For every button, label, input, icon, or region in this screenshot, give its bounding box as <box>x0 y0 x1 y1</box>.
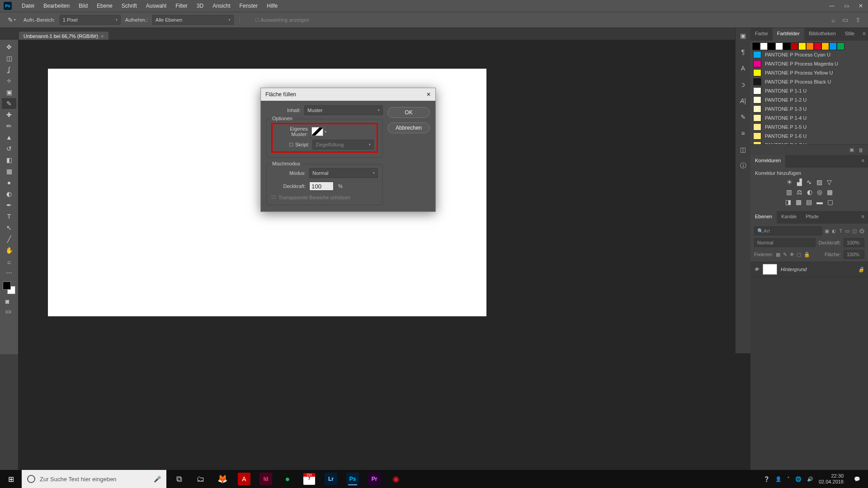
exposure-icon[interactable]: ▨ <box>816 178 822 186</box>
line-tool[interactable]: ╱ <box>2 234 16 244</box>
quick-mask-toggle[interactable]: ◙ <box>5 298 13 304</box>
start-button[interactable]: ⊞ <box>0 470 22 488</box>
opacity-input[interactable] <box>309 182 334 191</box>
swatch-list-item[interactable]: PANTONE P Process Yellow U <box>750 68 868 77</box>
swatch-chip[interactable] <box>791 42 798 50</box>
filter-toggle[interactable]: ⏻ <box>859 228 864 234</box>
tab-pfade[interactable]: Pfade <box>801 211 823 224</box>
share-icon[interactable]: ⇧ <box>855 16 861 23</box>
tool-indicator-eyedropper[interactable]: ✎▾ <box>5 14 19 25</box>
type-panel-icon[interactable]: A| <box>738 96 748 106</box>
dialog-close-icon[interactable]: ✕ <box>426 91 431 98</box>
filter-shape-icon[interactable]: ▭ <box>845 228 849 234</box>
glyphs-icon[interactable]: ↄ <box>738 80 748 89</box>
swatch-list-item[interactable]: PANTONE P 1-4 U <box>750 113 868 122</box>
posterize-icon[interactable]: ▩ <box>796 198 802 206</box>
menu-hilfe[interactable]: Hilfe <box>262 3 282 9</box>
filter-pixel-icon[interactable]: ▣ <box>825 228 829 234</box>
tab-stile[interactable]: Stile <box>840 28 859 41</box>
selective-color-icon[interactable]: ▢ <box>827 198 833 206</box>
hue-icon[interactable]: ▥ <box>786 188 792 196</box>
photo-filter-icon[interactable]: ◎ <box>817 188 822 196</box>
menu-ebene[interactable]: Ebene <box>92 3 117 9</box>
threshold-icon[interactable]: ▤ <box>806 198 812 206</box>
indesign-icon[interactable]: Id <box>259 473 272 485</box>
panel-menu-icon[interactable]: ≡ <box>858 155 868 168</box>
firefox-icon[interactable]: 🦊 <box>212 470 233 488</box>
pattern-swatch[interactable] <box>311 127 323 136</box>
invert-icon[interactable]: ◨ <box>785 198 791 206</box>
filter-adjust-icon[interactable]: ◐ <box>832 228 836 234</box>
swatch-chip[interactable] <box>768 42 775 50</box>
creative-cloud-icon[interactable]: ◉ <box>385 470 407 488</box>
task-view-icon[interactable]: ⧉ <box>168 470 190 488</box>
character-icon[interactable]: A <box>738 63 748 73</box>
clone-tool[interactable]: ▲ <box>2 132 16 143</box>
screen-mode-toggle[interactable]: ▭ <box>5 308 13 314</box>
swatch-list-item[interactable]: PANTONE P Process Black U <box>750 77 868 86</box>
layers-list[interactable]: 👁 Hintergrund 🔒 <box>750 262 868 277</box>
content-select[interactable]: Muster▾ <box>304 105 383 115</box>
script-checkbox[interactable]: ☐ <box>289 142 293 148</box>
volume-tray-icon[interactable]: 🔊 <box>807 476 813 482</box>
menu-3d[interactable]: 3D <box>192 3 208 9</box>
swatches-list[interactable]: PANTONE P Process Cyan UPANTONE P Proces… <box>750 50 868 144</box>
brush-tool[interactable]: ✏ <box>2 121 16 131</box>
eyedropper-tool[interactable]: ✎ <box>2 98 16 109</box>
window-minimize[interactable]: — <box>825 0 839 12</box>
photoshop-icon[interactable]: Ps <box>346 473 359 485</box>
menu-datei[interactable]: Datei <box>17 3 39 9</box>
explorer-icon[interactable]: 🗂 <box>190 470 212 488</box>
lock-paint-icon[interactable]: ✎ <box>783 252 787 258</box>
swatch-list-item[interactable]: PANTONE P 1-1 U <box>750 86 868 95</box>
menu-ansicht[interactable]: Ansicht <box>208 3 235 9</box>
dialog-titlebar[interactable]: Fläche füllen ✕ <box>261 88 435 101</box>
healing-tool[interactable]: ✚ <box>2 109 16 120</box>
close-tab-icon[interactable]: × <box>101 33 104 39</box>
eraser-tool[interactable]: ◧ <box>2 155 16 165</box>
magic-wand-tool[interactable]: ✧ <box>2 75 16 86</box>
panel-menu-icon[interactable]: ≡ <box>859 28 868 41</box>
balance-icon[interactable]: ⚖ <box>797 188 802 196</box>
levels-icon[interactable]: ▟ <box>797 178 802 186</box>
gradient-tool[interactable]: ▦ <box>2 166 16 177</box>
zoom-tool[interactable]: ⌕ <box>2 256 16 267</box>
tab-bibliotheken[interactable]: Bibliotheken <box>804 28 840 41</box>
lightroom-icon[interactable]: Lr <box>325 473 337 485</box>
swatch-chip[interactable] <box>798 42 806 50</box>
taskbar-search[interactable]: Zur Suche Text hier eingeben 🎤 <box>22 470 166 488</box>
menu-auswahl[interactable]: Auswahl <box>142 3 171 9</box>
menu-bild[interactable]: Bild <box>74 3 92 9</box>
curves-icon[interactable]: ∿ <box>807 178 812 186</box>
people-tray-icon[interactable]: 👤 <box>775 476 782 482</box>
hand-tool[interactable]: ✋ <box>2 245 16 256</box>
crop-tool[interactable]: ▣ <box>2 87 16 98</box>
menu-bearbeiten[interactable]: Bearbeiten <box>39 3 74 9</box>
swatch-list-item[interactable]: PANTONE P 1-2 U <box>750 95 868 104</box>
acrobat-icon[interactable]: A <box>238 473 250 485</box>
tab-korrekturen[interactable]: Korrekturen <box>750 155 785 168</box>
action-center-icon[interactable]: 💬 <box>849 470 865 488</box>
pattern-dropdown-icon[interactable]: ▾ <box>325 130 326 134</box>
menu-filter[interactable]: Filter <box>171 3 192 9</box>
filter-smart-icon[interactable]: ◫ <box>852 228 857 234</box>
layer-fill-input[interactable]: 100% <box>844 250 864 259</box>
layer-item-background[interactable]: 👁 Hintergrund 🔒 <box>750 262 868 277</box>
pen-tool[interactable]: ✒ <box>2 200 16 211</box>
swatch-chip[interactable] <box>760 42 768 50</box>
ok-button[interactable]: OK <box>387 107 430 118</box>
cancel-button[interactable]: Abbrechen <box>387 122 430 133</box>
window-close[interactable]: ✕ <box>854 0 868 12</box>
help-tray-icon[interactable]: ❔ <box>764 476 770 482</box>
blur-tool[interactable]: ● <box>2 177 16 188</box>
swatch-list-item[interactable]: PANTONE P 1-7 U <box>750 141 868 144</box>
swatch-chip[interactable] <box>821 42 829 50</box>
calendar-icon[interactable]: Oct7 <box>298 470 320 488</box>
swatch-list-item[interactable]: PANTONE P Process Magenta U <box>750 59 868 68</box>
lock-all-icon[interactable]: 🔒 <box>804 252 810 258</box>
tab-farbe[interactable]: Farbe <box>750 28 773 41</box>
filter-type-icon[interactable]: T <box>839 228 842 234</box>
swatch-list-item[interactable]: PANTONE P 1-6 U <box>750 131 868 141</box>
panel-menu-icon[interactable]: ≡ <box>858 211 868 224</box>
layers-comp-icon[interactable]: ◫ <box>738 145 748 155</box>
